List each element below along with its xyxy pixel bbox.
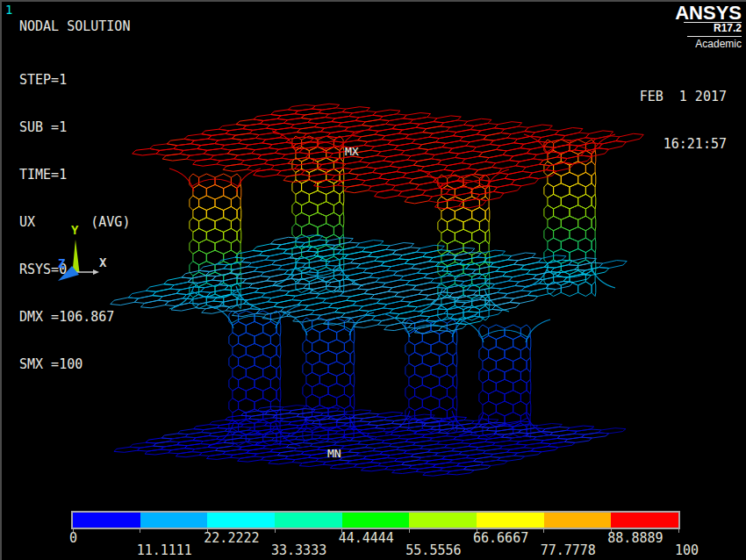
mesh-edge	[527, 401, 531, 416]
mesh-edge	[303, 362, 312, 377]
mesh-edge	[527, 379, 531, 394]
marker-min: MN	[327, 447, 341, 460]
logo-divider	[687, 36, 742, 37]
mesh-edge	[438, 219, 448, 233]
legend-tick-9	[678, 529, 679, 533]
triad-label-y: Y	[71, 223, 78, 237]
mesh-edge	[592, 282, 596, 297]
mesh-edge	[405, 341, 415, 356]
triad-label-x: X	[99, 255, 106, 269]
mesh-edge	[190, 262, 199, 276]
mesh-edge	[544, 205, 554, 220]
mesh-edge	[276, 387, 281, 402]
mesh-edge	[527, 147, 554, 154]
mesh-edge	[526, 319, 550, 342]
mesh-edge	[237, 206, 241, 221]
mesh-edge	[439, 323, 467, 331]
mesh-edge	[540, 157, 568, 166]
mesh-edge	[581, 148, 608, 157]
solution-title: NODAL SOLUTION	[19, 18, 130, 34]
ansys-graphics-window: 1 NODAL SOLUTION STEP=1 SUB =1 TIME=1 UX…	[0, 0, 746, 560]
mesh-edge	[303, 318, 312, 333]
mesh-edge	[563, 275, 592, 283]
mesh-edge	[283, 416, 307, 439]
legend-segment-1	[140, 513, 208, 528]
mesh-edge	[350, 350, 355, 365]
mesh-edge	[491, 161, 519, 169]
mesh-edge	[453, 352, 457, 367]
mesh-edge	[472, 145, 499, 153]
mesh-edge	[544, 183, 554, 198]
analysis-time: 16:21:57	[640, 136, 727, 152]
legend-tick-7	[543, 529, 544, 533]
mesh-edge	[384, 323, 412, 331]
ansys-logo: ANSYS	[675, 4, 742, 21]
mesh-edge	[592, 172, 596, 187]
mesh-edge	[466, 140, 493, 147]
analysis-datetime: FEB 1 2017 16:21:57	[640, 57, 727, 183]
legend-label-8: 88.8889	[607, 530, 663, 546]
mesh-edge	[296, 278, 309, 293]
mesh-edge	[229, 333, 239, 348]
legend-segment-7	[544, 513, 612, 528]
mesh-edge	[229, 398, 239, 413]
mesh-edge	[499, 166, 526, 175]
mesh-edge	[599, 261, 627, 269]
mesh-edge	[229, 311, 239, 326]
mesh-edge	[497, 143, 524, 151]
mesh-edge	[509, 154, 536, 162]
mesh-edge	[209, 305, 233, 328]
analysis-date: FEB 1 2017	[640, 89, 727, 104]
solution-line-rsys: RSYS=0	[19, 262, 130, 277]
solution-line-dmx: DMX =106.867	[19, 309, 130, 325]
legend-tick-1	[140, 529, 140, 533]
mesh-edge	[303, 340, 312, 355]
mesh-edge	[599, 141, 626, 150]
legend-label-6: 66.6667	[473, 530, 528, 546]
solution-line-smx: SMX =100	[19, 356, 130, 372]
legend-tick-3	[275, 529, 276, 533]
legend-segment-3	[275, 513, 342, 528]
mesh-edge	[190, 196, 199, 211]
mesh-edge	[503, 148, 530, 156]
mesh-edge	[405, 363, 415, 378]
mesh-edge	[190, 240, 199, 255]
solution-line-sub: SUB =1	[19, 119, 130, 135]
legend-segment-0	[73, 513, 140, 528]
legend-label-2: 22.2222	[204, 530, 259, 546]
mesh-edge	[340, 234, 344, 249]
mesh-edge	[516, 159, 543, 168]
legend-tick-5	[409, 529, 410, 533]
mesh-edge	[544, 162, 554, 176]
mesh-edge	[453, 396, 457, 411]
legend-label-4: 44.4444	[339, 530, 394, 546]
legend-segment-5	[409, 513, 477, 528]
legend-segment-4	[342, 513, 410, 528]
mesh-edge	[578, 282, 592, 297]
mesh-edge	[599, 428, 626, 434]
mesh-edge	[453, 374, 457, 389]
mesh-edge	[193, 294, 206, 309]
triad-label-z: Z	[58, 256, 65, 270]
ansys-release: R17.2	[675, 23, 742, 34]
window-number: 1	[5, 3, 12, 17]
mesh-edge	[209, 423, 233, 446]
mesh-edge	[202, 306, 230, 314]
mesh-edge	[312, 427, 328, 442]
mesh-edge	[510, 296, 538, 304]
solution-line-step: STEP=1	[19, 72, 130, 88]
mesh-edge	[505, 171, 532, 180]
contour-legend-bar	[71, 511, 680, 529]
mesh-edge	[350, 394, 355, 409]
ansys-edition: Academic	[675, 39, 742, 50]
solution-info-block: STEP=1 SUB =1 TIME=1 UX (AVG) RSYS=0 DMX…	[19, 40, 130, 404]
legend-segment-6	[477, 513, 544, 528]
ansys-logo-block: ANSYS R17.2 Academic	[675, 4, 742, 50]
mesh-edge	[276, 423, 300, 446]
mesh-edge	[229, 355, 239, 370]
legend-label-7: 77.7778	[541, 542, 596, 558]
solution-line-time: TIME=1	[19, 167, 130, 183]
mesh-edge	[527, 357, 531, 372]
mesh-edge	[236, 169, 261, 191]
legend-segment-2	[207, 513, 275, 528]
